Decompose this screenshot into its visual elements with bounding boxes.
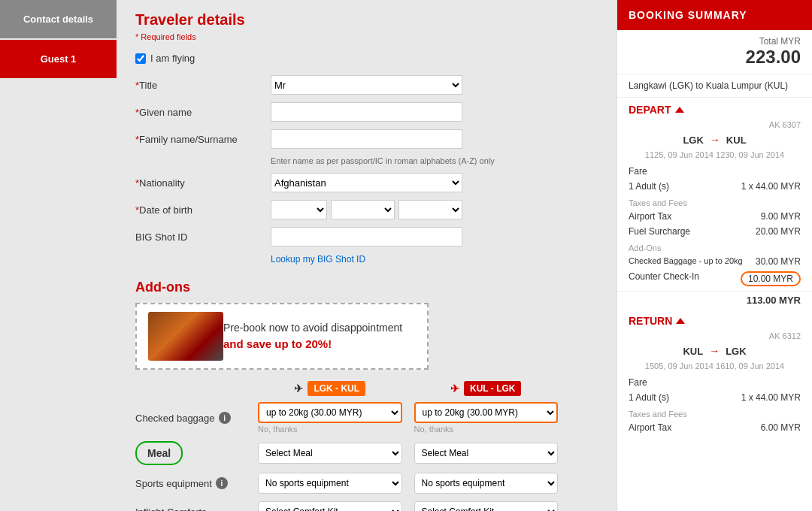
total-label: Total MYR (629, 36, 801, 47)
depart-from-city: LGK (683, 135, 703, 146)
promo-text1: Pre-book now to avoid disappointment (223, 322, 402, 334)
depart-code: AK 6307 (617, 119, 812, 131)
return-fare-value: 1 x 44.00 MYR (741, 392, 801, 403)
booking-summary-title: BOOKING SUMMARY (617, 0, 812, 30)
outbound-flight-label: LGK - KUL (308, 381, 365, 396)
total-amount: 223.00 (629, 47, 801, 68)
guest1-tab[interactable]: Guest 1 (0, 40, 117, 78)
dob-day-select[interactable] (271, 200, 327, 219)
sports-info-icon[interactable]: i (216, 477, 228, 489)
depart-subtotal: 113.00 MYR (747, 295, 801, 306)
airport-tax-label-depart: Airport Tax (629, 211, 671, 222)
return-arrow-icon: → (709, 345, 720, 357)
depart-times: 1125, 09 Jun 2014 1230, 09 Jun 2014 (617, 149, 812, 164)
bigshot-lookup-link[interactable]: Lookup my BIG Shot ID (271, 254, 601, 265)
nationality-label: *Nationality (135, 177, 271, 189)
dob-month-select[interactable] (331, 200, 395, 219)
title-label: *Title (135, 80, 271, 91)
addons-label: Add-Ons (617, 239, 812, 254)
return-plane-icon: ✈ (450, 382, 459, 395)
title-select[interactable]: Mr Ms Mrs (271, 75, 462, 95)
traveler-details-title: Traveler details (135, 11, 601, 29)
inflight-row: Inflight Comforts Select Comfort Kit No … (135, 501, 564, 511)
meal-label: Meal (135, 441, 183, 465)
fare-label-depart: Fare (629, 166, 647, 177)
baggage-nothanks-return: No, thanks (414, 425, 559, 434)
depart-triangle-icon (675, 107, 684, 113)
meal-row: Meal Select Meal No meal Select Meal No (135, 441, 564, 465)
fare-label-return: Fare (629, 377, 647, 388)
taxes-label-return: Taxes and Fees (617, 405, 812, 420)
adults-label-depart: 1 Adult (s) (629, 181, 669, 192)
baggage-outbound-select[interactable]: up to 20kg (30.00 MYR) No baggage (258, 402, 402, 423)
inflight-return-select[interactable]: Select Comfort Kit No comfort kit (414, 501, 559, 511)
outbound-plane-icon: ✈ (294, 382, 303, 395)
airport-tax-value-depart: 9.00 MYR (761, 211, 801, 222)
sports-row: Sports equipment i No sports equipment B… (135, 473, 564, 494)
sports-outbound-select[interactable]: No sports equipment Bicycle (258, 473, 402, 494)
i-am-flying-checkbox[interactable] (135, 53, 146, 64)
return-code: AK 6312 (617, 330, 812, 342)
family-name-input[interactable] (271, 129, 462, 149)
meal-return-select[interactable]: Select Meal No meal (414, 443, 559, 464)
airport-tax-value-return: 6.00 MYR (761, 422, 801, 433)
food-image (148, 312, 223, 361)
baggage-info-icon[interactable]: i (219, 412, 231, 424)
nationality-select[interactable]: Afghanistan Malaysia (271, 173, 462, 192)
given-name-input[interactable] (271, 102, 462, 122)
name-hint: Enter name as per passport/IC in roman a… (271, 156, 601, 165)
checkin-value: 10.00 MYR (741, 271, 801, 286)
return-times: 1505, 09 Jun 2014 1610, 09 Jun 2014 (617, 360, 812, 375)
meal-outbound-select[interactable]: Select Meal No meal (258, 443, 402, 464)
dob-year-select[interactable] (398, 200, 462, 219)
return-section-title: RETURN (617, 309, 812, 330)
depart-arrow-icon: → (710, 134, 720, 146)
promo-banner: Pre-book now to avoid disappointment and… (135, 303, 429, 370)
adults-label-return: 1 Adult (s) (629, 392, 669, 403)
baggage-addon-label: Checked Baggage - up to 20kg (629, 256, 743, 267)
baggage-addon-value: 30.00 MYR (756, 256, 801, 267)
bigshot-input[interactable] (271, 227, 462, 246)
sports-label: Sports equipment (135, 478, 212, 489)
contact-details-tab[interactable]: Contact details (0, 0, 117, 38)
fuel-value-depart: 20.00 MYR (756, 226, 801, 237)
sports-return-select[interactable]: No sports equipment Bicycle (414, 473, 559, 494)
airport-tax-label-return: Airport Tax (629, 422, 671, 433)
given-name-label: *Given name (135, 107, 271, 118)
depart-section-title: DEPART (617, 98, 812, 119)
inflight-label: Inflight Comforts (135, 506, 207, 512)
depart-fare-value: 1 x 44.00 MYR (741, 181, 801, 192)
addons-title: Add-ons (135, 280, 601, 295)
depart-to-city: KUL (726, 135, 747, 146)
family-name-label: *Family name/Surname (135, 134, 271, 145)
return-triangle-icon (676, 318, 685, 324)
baggage-row: Checked baggage i up to 20kg (30.00 MYR)… (135, 402, 564, 434)
promo-text2: and save up to 20%! (223, 337, 332, 350)
inflight-outbound-select[interactable]: Select Comfort Kit No comfort kit (258, 501, 402, 511)
taxes-label-depart: Taxes and Fees (617, 194, 812, 209)
fuel-label-depart: Fuel Surcharge (629, 226, 690, 237)
i-am-flying-label: I am flying (150, 53, 195, 64)
dob-label: *Date of birth (135, 204, 271, 216)
bigshot-label: BIG Shot ID (135, 231, 271, 243)
return-flight-label: KUL - LGK (464, 381, 521, 396)
return-from-city: KUL (683, 346, 703, 357)
baggage-label: Checked baggage (135, 413, 215, 424)
baggage-return-select[interactable]: up to 20kg (30.00 MYR) No baggage (414, 402, 559, 423)
checkin-label: Counter Check-In (629, 271, 699, 286)
baggage-nothanks-outbound: No, thanks (258, 425, 402, 434)
required-note: * Required fields (135, 32, 601, 41)
return-to-city: LGK (726, 346, 746, 357)
summary-route: Langkawi (LGK) to Kuala Lumpur (KUL) (617, 74, 812, 98)
